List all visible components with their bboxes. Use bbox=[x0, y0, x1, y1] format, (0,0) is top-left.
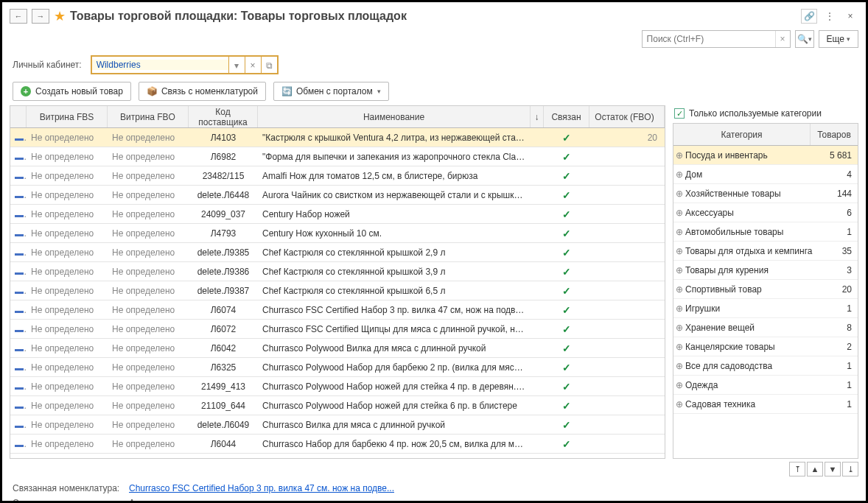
account-input[interactable] bbox=[92, 60, 228, 70]
close-icon[interactable]: × bbox=[842, 9, 858, 24]
expand-icon[interactable]: ⊕ bbox=[673, 208, 685, 218]
link-button[interactable]: 📦 Связь с номенклатурой bbox=[139, 82, 266, 101]
search-input[interactable] bbox=[643, 34, 775, 44]
account-clear-icon[interactable]: × bbox=[245, 57, 261, 73]
pager-first-button[interactable]: ⤒ bbox=[789, 462, 805, 476]
table-row[interactable]: Не определеноНе определено21109_644Churr… bbox=[10, 396, 665, 415]
category-row[interactable]: ⊕Хранение вещей8 bbox=[673, 318, 858, 337]
col-name[interactable]: Наименование bbox=[258, 106, 531, 127]
cell-supplier: delete.Л9387 bbox=[189, 286, 258, 296]
category-row[interactable]: ⊕Аксессуары6 bbox=[673, 203, 858, 222]
sort-icon[interactable]: ↓ bbox=[531, 106, 544, 127]
cat-col-count[interactable]: Товаров bbox=[811, 124, 858, 145]
row-marker-icon bbox=[15, 177, 24, 179]
exchange-button[interactable]: 🔄 Обмен с порталом ▾ bbox=[273, 82, 389, 101]
category-name: Посуда и инвентарь bbox=[685, 150, 816, 161]
category-row[interactable]: ⊕Автомобильные товары1 bbox=[673, 222, 858, 242]
more-button[interactable]: Еще▾ bbox=[819, 30, 858, 48]
col-fbs[interactable]: Витрина FBS bbox=[27, 106, 108, 127]
search-button[interactable]: 🔍▾ bbox=[795, 30, 814, 48]
linked-nomenclature-link[interactable]: Churrasco FSC Certified Набор 3 пр. вилк… bbox=[129, 483, 394, 493]
row-marker-icon bbox=[15, 368, 24, 370]
table-row[interactable]: Не определеноНе определено21499_413Churr… bbox=[10, 377, 665, 396]
table-row[interactable]: Не определеноНе определеноdelete.Л9387Ch… bbox=[10, 281, 665, 300]
expand-icon[interactable]: ⊕ bbox=[673, 323, 685, 333]
search-input-box[interactable]: × bbox=[642, 30, 791, 48]
cell-name: Churrasco Polywood Набор ножей для стейк… bbox=[258, 381, 531, 392]
cell-fbs: Не определено bbox=[27, 247, 108, 258]
table-row[interactable]: Не определеноНе определеноdelete.Л9386Ch… bbox=[10, 262, 665, 281]
cat-col-name[interactable]: Категория bbox=[673, 124, 811, 145]
col-linked[interactable]: Связан bbox=[544, 106, 589, 127]
used-categories-checkbox[interactable]: ✓ bbox=[674, 108, 685, 119]
cell-fbs: Не определено bbox=[27, 171, 108, 181]
expand-icon[interactable]: ⊕ bbox=[673, 361, 685, 371]
expand-icon[interactable]: ⊕ bbox=[673, 265, 685, 275]
cell-fbo: Не определено bbox=[108, 324, 189, 334]
pager-last-button[interactable]: ⤓ bbox=[842, 462, 858, 476]
category-name: Товары для курения bbox=[685, 265, 816, 275]
link-icon[interactable]: 🔗 bbox=[801, 9, 817, 24]
search-clear-icon[interactable]: × bbox=[775, 31, 790, 47]
category-row[interactable]: ⊕Дом4 bbox=[673, 165, 858, 184]
expand-icon[interactable]: ⊕ bbox=[673, 284, 685, 295]
category-row[interactable]: ⊕Одежда1 bbox=[673, 376, 858, 395]
table-row[interactable]: Не определеноНе определеноЛ6325Churrasco… bbox=[10, 358, 665, 377]
category-row[interactable]: ⊕Канцелярские товары2 bbox=[673, 337, 858, 356]
create-button[interactable]: + Создать новый товар bbox=[13, 82, 131, 101]
category-row[interactable]: ⊕Товары для отдыха и кемпинга35 bbox=[673, 242, 858, 261]
table-row[interactable]: Не определеноНе определеноЛ6042Churrasco… bbox=[10, 339, 665, 358]
sync-icon: 🔄 bbox=[281, 86, 292, 96]
table-row[interactable]: Не определеноНе определеноdelete.Л6049Ch… bbox=[10, 415, 665, 435]
category-row[interactable]: ⊕Садовая техника1 bbox=[673, 395, 858, 414]
expand-icon[interactable]: ⊕ bbox=[673, 303, 685, 314]
expand-icon[interactable]: ⊕ bbox=[673, 150, 685, 161]
category-count: 1 bbox=[816, 227, 858, 237]
table-row[interactable]: Не определеноНе определеноЛ6982"Форма дл… bbox=[10, 147, 665, 166]
create-label: Создать новый товар bbox=[35, 86, 123, 96]
category-count: 20 bbox=[816, 284, 858, 295]
expand-icon[interactable]: ⊕ bbox=[673, 189, 685, 199]
cell-linked: ✓ bbox=[544, 208, 589, 220]
cell-name: "Форма для выпечки и запекания из жаропр… bbox=[258, 152, 531, 162]
category-row[interactable]: ⊕Все для садоводства1 bbox=[673, 356, 858, 376]
table-row[interactable]: Не определеноНе определеноЛ6072Churrasco… bbox=[10, 320, 665, 339]
category-count: 2 bbox=[816, 342, 858, 352]
cell-supplier: delete.Л9386 bbox=[189, 267, 258, 277]
category-row[interactable]: ⊕Посуда и инвентарь5 681 bbox=[673, 146, 858, 165]
table-row[interactable]: Не определеноНе определено24099_037Centu… bbox=[10, 205, 665, 224]
pager-down-button[interactable]: ▼ bbox=[825, 462, 841, 476]
category-row[interactable]: ⊕Игрушки1 bbox=[673, 299, 858, 318]
category-row[interactable]: ⊕Товары для курения3 bbox=[673, 261, 858, 280]
cell-name: Century Нож кухонный 10 см. bbox=[258, 228, 531, 239]
box-icon: 📦 bbox=[147, 86, 157, 96]
account-dropdown-icon[interactable]: ▾ bbox=[228, 57, 245, 73]
col-fbo[interactable]: Витрина FBO bbox=[108, 106, 189, 127]
category-row[interactable]: ⊕Хозяйственные товары144 bbox=[673, 184, 858, 203]
nav-back-button[interactable]: ← bbox=[10, 9, 27, 24]
table-row[interactable]: Не определеноНе определеноЛ6074Churrasco… bbox=[10, 300, 665, 320]
account-open-icon[interactable]: ⧉ bbox=[261, 57, 277, 73]
pager-up-button[interactable]: ▲ bbox=[807, 462, 823, 476]
cell-supplier: 21499_413 bbox=[189, 381, 258, 392]
table-row[interactable]: Не определеноНе определеноЛ4793Century Н… bbox=[10, 224, 665, 243]
table-row[interactable]: Не определеноНе определеноЛ4103"Кастрюля… bbox=[10, 128, 665, 147]
expand-icon[interactable]: ⊕ bbox=[673, 169, 685, 180]
table-row[interactable]: Не определеноНе определеноdelete.Л9385Ch… bbox=[10, 243, 665, 262]
expand-icon[interactable]: ⊕ bbox=[673, 227, 685, 237]
table-row[interactable]: Не определеноНе определено23482/115Amalf… bbox=[10, 166, 665, 186]
category-count: 1 bbox=[816, 361, 858, 371]
table-row[interactable]: Не определеноНе определеноЛ6044Churrasco… bbox=[10, 435, 665, 454]
expand-icon[interactable]: ⊕ bbox=[673, 342, 685, 352]
col-stock[interactable]: Остаток (FBO) bbox=[589, 106, 665, 127]
expand-icon[interactable]: ⊕ bbox=[673, 380, 685, 390]
expand-icon[interactable]: ⊕ bbox=[673, 399, 685, 409]
plus-icon: + bbox=[21, 86, 31, 96]
table-row[interactable]: Не определеноНе определеноdelete.Л6448Au… bbox=[10, 186, 665, 205]
col-supplier[interactable]: Код поставщика bbox=[189, 106, 258, 127]
account-field[interactable]: ▾ × ⧉ bbox=[91, 55, 279, 74]
category-row[interactable]: ⊕Спортивный товар20 bbox=[673, 280, 858, 299]
row-marker-icon bbox=[15, 330, 24, 332]
expand-icon[interactable]: ⊕ bbox=[673, 246, 685, 256]
nav-forward-button[interactable]: → bbox=[32, 9, 49, 24]
